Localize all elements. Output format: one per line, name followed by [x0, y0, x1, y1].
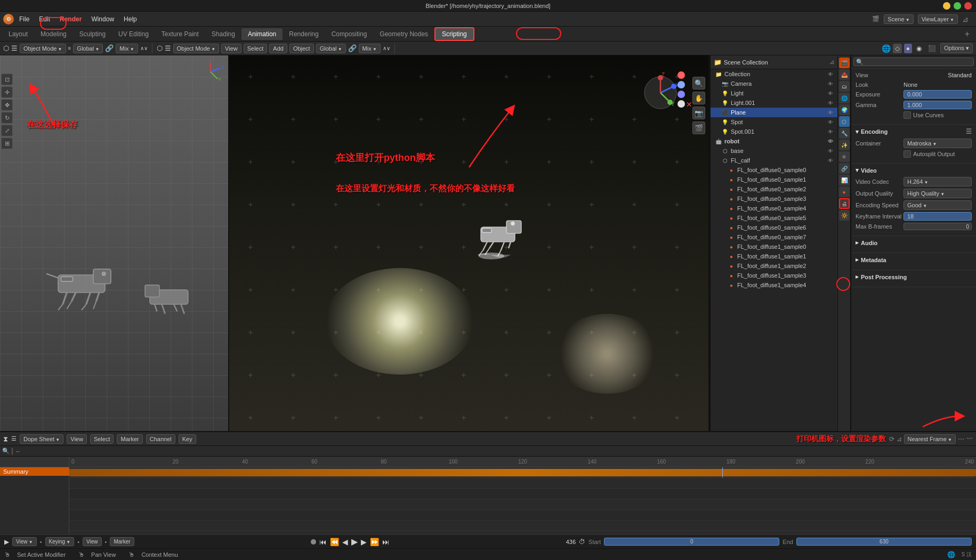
- sc-item-mat12[interactable]: ● FL_foot_diffuse1_sample4: [711, 280, 837, 290]
- post-header[interactable]: ▸ Post Processing: [856, 273, 972, 280]
- anim-filter-icon[interactable]: ⊿: [897, 435, 902, 443]
- encoding-header[interactable]: ▾ Encoding ☰: [856, 128, 972, 135]
- tab-sculpting[interactable]: Sculpting: [73, 28, 112, 40]
- keyframe-value[interactable]: 18: [904, 212, 972, 221]
- view-menu[interactable]: View: [221, 44, 241, 53]
- move-icon[interactable]: ✥: [1, 99, 13, 111]
- close-button[interactable]: [964, 2, 972, 10]
- tab-shading[interactable]: Shading: [205, 28, 241, 40]
- tab-layout[interactable]: Layout: [2, 28, 34, 40]
- video-header[interactable]: ▾ Video: [856, 167, 972, 174]
- tab-animation[interactable]: Animation: [241, 28, 283, 40]
- vis-spot[interactable]: 👁: [828, 119, 833, 125]
- rotate-icon[interactable]: ↻: [1, 112, 13, 124]
- vis-spot001[interactable]: 👁: [828, 129, 833, 135]
- sc-item-mat4[interactable]: ● FL_foot_diffuse0_sample4: [711, 204, 837, 213]
- autosplit-checkbox[interactable]: [904, 150, 911, 158]
- select-menu[interactable]: Select: [244, 44, 268, 53]
- use-curves-checkbox[interactable]: [904, 111, 911, 119]
- sc-item-mat10[interactable]: ● FL_foot_diffuse1_sample2: [711, 261, 837, 271]
- maximize-button[interactable]: [954, 2, 961, 10]
- sc-item-mat9[interactable]: ● FL_foot_diffuse1_sample1: [711, 251, 837, 261]
- sc-item-mat0[interactable]: ● FL_foot_diffuse0_sample0: [711, 165, 837, 175]
- sc-item-mat8[interactable]: ● FL_foot_diffuse1_sample0: [711, 242, 837, 251]
- sc-item-mat6[interactable]: ● FL_foot_diffuse0_sample6: [711, 223, 837, 232]
- tab-geometry-nodes[interactable]: Geometry Nodes: [373, 28, 434, 40]
- vis-plane[interactable]: 👁: [828, 110, 833, 116]
- timeline-marker-menu[interactable]: Marker: [117, 434, 142, 444]
- marker-menu-pb[interactable]: Marker: [110, 537, 134, 546]
- sc-item-mat1[interactable]: ● FL_foot_diffuse0_sample1: [711, 175, 837, 184]
- summary-track[interactable]: [69, 467, 976, 478]
- menu-window[interactable]: Window: [87, 14, 118, 25]
- select-box-icon[interactable]: ⊡: [1, 74, 13, 85]
- frame-skip-icon[interactable]: ⋯: [958, 435, 964, 443]
- start-frame[interactable]: 0: [604, 538, 779, 546]
- object-props-icon[interactable]: ⬡: [839, 116, 850, 127]
- vis-camera[interactable]: 👁: [828, 81, 833, 87]
- editor-type-icon[interactable]: 🌐: [882, 44, 891, 53]
- sc-item-mat3[interactable]: ● FL_foot_diffuse0_sample3: [711, 194, 837, 204]
- transform-icon[interactable]: ⊞: [1, 137, 13, 149]
- normalize-icon[interactable]: 〰: [966, 435, 973, 443]
- sc-item-robot[interactable]: 🤖 robot 👁: [711, 136, 837, 146]
- tab-rendering[interactable]: Rendering: [283, 28, 325, 40]
- prop-icon-right[interactable]: ∧∨: [383, 45, 390, 51]
- sc-item-light001[interactable]: 💡 Light.001 👁: [711, 98, 837, 108]
- quality-selector[interactable]: High Quality: [904, 189, 972, 198]
- modifier-icon[interactable]: 🔧: [839, 128, 850, 139]
- prev-keyframe-button[interactable]: ⏪: [330, 538, 339, 546]
- sc-item-camera[interactable]: 📷 Camera 👁: [711, 79, 837, 88]
- sc-item-flcalf[interactable]: ⬡ FL_calf 👁: [711, 156, 837, 165]
- viewlayer-selector[interactable]: ViewLayer: [918, 14, 958, 24]
- sc-item-collection[interactable]: 📁 Collection 👁: [711, 69, 837, 79]
- render-props-icon[interactable]: 🎬: [839, 58, 850, 68]
- viewport-shade-2[interactable]: ●: [904, 44, 912, 53]
- sc-item-mat7[interactable]: ● FL_foot_diffuse0_sample7: [711, 232, 837, 242]
- properties-search[interactable]: [853, 58, 974, 66]
- particle-icon[interactable]: ✨: [839, 140, 850, 150]
- add-menu[interactable]: Add: [269, 44, 287, 53]
- shader-icon[interactable]: 🔆: [839, 210, 850, 221]
- tab-uv-editing[interactable]: UV Editing: [112, 28, 155, 40]
- lr-arrows[interactable]: ↔: [15, 448, 21, 455]
- filter-icon-sc[interactable]: ⊿: [829, 59, 834, 66]
- tab-texture-paint[interactable]: Texture Paint: [155, 28, 205, 40]
- dope-sheet-mode[interactable]: Dope Sheet: [20, 434, 63, 444]
- step-back-button[interactable]: ◀: [342, 538, 348, 546]
- metadata-header[interactable]: ▸ Metadata: [856, 256, 972, 263]
- view-layer-icon[interactable]: 🗂: [839, 81, 850, 92]
- tab-compositing[interactable]: Compositing: [325, 28, 374, 40]
- sc-item-light[interactable]: 💡 Light 👁: [711, 88, 837, 98]
- scene-selector[interactable]: Scene: [884, 14, 913, 24]
- next-keyframe-button[interactable]: ⏩: [370, 538, 379, 546]
- snap-icon-right[interactable]: 🔗: [348, 44, 357, 52]
- summary-track-label[interactable]: Summary: [0, 467, 69, 476]
- view-menu-pb[interactable]: View: [83, 537, 102, 546]
- add-workspace-button[interactable]: +: [961, 29, 974, 39]
- keying-menu[interactable]: Keying: [45, 537, 75, 546]
- transform-selector-left[interactable]: Global: [73, 44, 103, 53]
- sc-item-mat5[interactable]: ● FL_foot_diffuse0_sample5: [711, 213, 837, 223]
- vis-light[interactable]: 👁: [828, 91, 833, 96]
- jump-end-button[interactable]: ⏭: [382, 538, 390, 546]
- render-icon[interactable]: 🎬: [692, 121, 705, 134]
- visibility-icon[interactable]: 👁: [828, 71, 833, 77]
- gamma-value[interactable]: 1.000: [904, 101, 972, 109]
- menu-file[interactable]: File: [15, 14, 34, 25]
- right-mode-selector[interactable]: Object Mode: [173, 44, 220, 53]
- speed-selector[interactable]: Good: [904, 200, 972, 210]
- timeline-view-menu[interactable]: View: [67, 434, 87, 444]
- menu-render[interactable]: Render: [55, 14, 86, 25]
- sc-item-mat11[interactable]: ● FL_foot_diffuse1_sample3: [711, 271, 837, 280]
- vis-flcalf[interactable]: 👁: [828, 158, 833, 164]
- playback-menu[interactable]: View: [12, 537, 37, 546]
- timeline-search-box[interactable]: [12, 448, 13, 455]
- left-mode-selector[interactable]: Object Mode: [20, 44, 66, 53]
- sc-item-plane[interactable]: ⬛ Plane 👁: [711, 108, 837, 117]
- options-icon[interactable]: ≡: [68, 45, 71, 51]
- audio-header[interactable]: ▸ Audio: [856, 239, 972, 246]
- exposure-value[interactable]: 0.000: [904, 90, 972, 99]
- step-fwd-button[interactable]: ▶: [361, 538, 367, 546]
- minimize-button[interactable]: [943, 2, 950, 10]
